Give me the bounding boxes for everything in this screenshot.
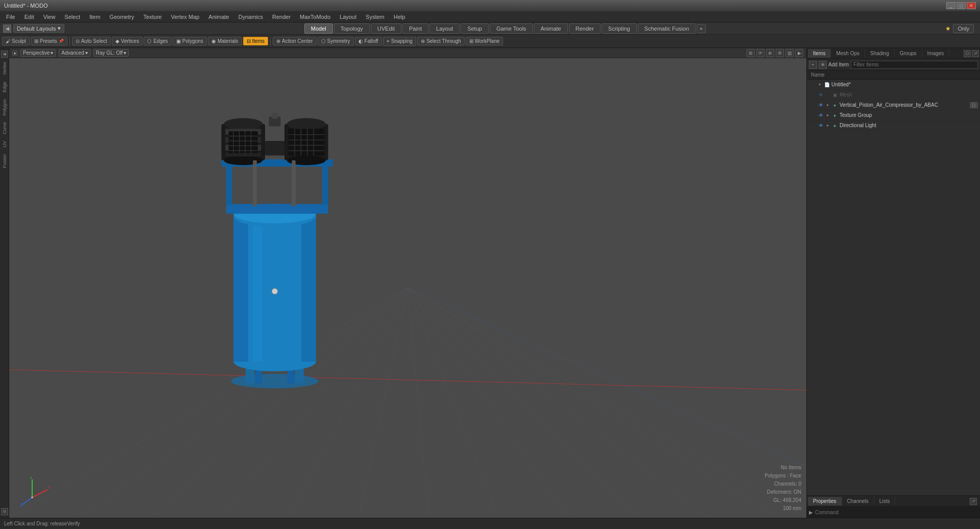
vp-icon-camera[interactable]: ▥	[785, 49, 794, 57]
svg-rect-44	[229, 131, 258, 153]
item-expand-compressor[interactable]: ▸	[825, 103, 830, 108]
panel-tab-mesh-ops[interactable]: Mesh Ops	[831, 49, 865, 58]
tab-layout[interactable]: Layout	[429, 23, 460, 34]
panel-float-button[interactable]: ↗	[972, 50, 979, 57]
items-button[interactable]: ⊟ Items	[243, 37, 268, 45]
sidebar-tab-uv[interactable]: UV	[1, 138, 8, 151]
menu-animate[interactable]: Animate	[204, 13, 233, 21]
vp-icon-zoom[interactable]: ⊕	[766, 49, 774, 57]
item-expand-texture-group[interactable]: ▸	[825, 113, 830, 118]
vp-icon-reset[interactable]: ⟳	[756, 49, 764, 57]
menu-help[interactable]: Help	[390, 13, 410, 21]
viewport[interactable]: ▴ Perspective ▾ Advanced ▾ Ray GL: Off ▾…	[9, 48, 806, 518]
menu-item[interactable]: Item	[85, 13, 104, 21]
bottom-tab-lists[interactable]: Lists	[874, 497, 896, 506]
vp-icon-settings[interactable]: ⚙	[776, 49, 784, 57]
filter-items-input[interactable]	[851, 61, 978, 69]
sculpt-button[interactable]: 🖌 Sculpt	[2, 37, 30, 45]
close-button[interactable]: ✕	[967, 2, 976, 9]
layout-back-icon[interactable]: ◀	[3, 25, 11, 33]
vertices-button[interactable]: ◆ Vertices	[112, 37, 143, 45]
tab-schematic-fusion[interactable]: Schematic Fusion	[638, 23, 696, 34]
scene-3d[interactable]: No Items Polygons : Face Channels: 0 Def…	[9, 58, 806, 518]
tab-uvedit[interactable]: UVEdit	[371, 23, 401, 34]
menu-view[interactable]: View	[39, 13, 60, 21]
menu-system[interactable]: System	[362, 13, 389, 21]
sidebar-tab-edge[interactable]: Edge	[1, 79, 8, 95]
list-item-mesh[interactable]: 👁 ▣ Mesh	[807, 90, 980, 100]
command-input[interactable]	[815, 510, 978, 515]
menu-vertex-map[interactable]: Vertex Map	[167, 13, 204, 21]
sidebar-bottom-icon[interactable]: ⊟	[1, 508, 8, 515]
panel-tab-items[interactable]: Items	[808, 49, 831, 58]
symmetry-button[interactable]: ⬡ Symmetry	[318, 37, 354, 45]
tab-setup[interactable]: Setup	[461, 23, 489, 34]
tab-render[interactable]: Render	[569, 23, 601, 34]
tab-animate[interactable]: Animate	[534, 23, 567, 34]
tab-game-tools[interactable]: Game Tools	[490, 23, 533, 34]
advanced-button[interactable]: Advanced ▾	[59, 49, 90, 57]
item-expand-directional-light[interactable]: ▸	[825, 123, 830, 128]
item-eye-compressor[interactable]: 👁	[817, 102, 824, 109]
items-list[interactable]: ▾ 📄 Untitled* 👁 ▣ Mesh 👁 ▸ ▸ Vertical_Pi…	[807, 80, 980, 495]
items-add-button[interactable]: +	[809, 61, 817, 69]
ray-gl-button[interactable]: Ray GL: Off ▾	[93, 49, 129, 57]
only-button[interactable]: Only	[953, 24, 974, 33]
tab-paint[interactable]: Paint	[402, 23, 428, 34]
snapping-button[interactable]: ⌖ Snapping	[383, 37, 416, 46]
action-center-button[interactable]: ⊕ Action Center	[273, 37, 317, 45]
item-eye-mesh[interactable]: 👁	[817, 91, 824, 99]
materials-button[interactable]: ◉ Materials	[208, 37, 242, 45]
panel-tab-shading[interactable]: Shading	[865, 49, 895, 58]
perspective-button[interactable]: Perspective ▾	[20, 49, 56, 57]
menu-edit[interactable]: Edit	[20, 13, 38, 21]
menu-texture[interactable]: Texture	[139, 13, 166, 21]
edges-button[interactable]: ⬡ Edges	[144, 37, 171, 45]
tab-scripting[interactable]: Scripting	[602, 23, 637, 34]
list-item-directional-light[interactable]: 👁 ▸ ▸ Directional Light	[807, 121, 980, 131]
auto-select-button[interactable]: ⊙ Auto Select	[72, 37, 111, 45]
panel-tab-images[interactable]: Images	[922, 49, 950, 58]
polygons-button[interactable]: ▣ Polygons	[173, 37, 207, 45]
menu-maxtomodo[interactable]: MaxToModo	[296, 13, 334, 21]
sidebar-tab-vertex[interactable]: Vertex	[1, 59, 8, 78]
minimize-button[interactable]: _	[946, 2, 955, 9]
list-item-untitled[interactable]: ▾ 📄 Untitled*	[807, 80, 980, 90]
tab-model[interactable]: Model	[304, 23, 333, 34]
sidebar-tab-polygon[interactable]: Polygon	[1, 96, 8, 119]
panel-expand-button[interactable]: ⬡	[964, 50, 971, 57]
vp-icon-play[interactable]: ▶	[795, 49, 803, 57]
menu-layout[interactable]: Layout	[336, 13, 361, 21]
item-eye-directional-light[interactable]: 👁	[817, 122, 824, 129]
items-eye-button[interactable]: 👁	[819, 61, 827, 69]
bottom-panel-expand-button[interactable]: ↗	[970, 498, 977, 505]
tab-topology[interactable]: Topology	[334, 23, 370, 34]
presets-button[interactable]: ⊞ Presets 📌	[31, 37, 67, 45]
sidebar-tab-curve[interactable]: Curve	[1, 119, 8, 137]
tab-add-button[interactable]: +	[697, 24, 706, 33]
menu-dynamics[interactable]: Dynamics	[234, 13, 267, 21]
sculpt-icon: 🖌	[6, 39, 10, 44]
panel-tab-groups[interactable]: Groups	[895, 49, 922, 58]
menu-render[interactable]: Render	[268, 13, 295, 21]
item-eye-texture-group[interactable]: 👁	[817, 112, 824, 119]
vp-icon-frame[interactable]: ⊞	[747, 49, 755, 57]
falloff-button[interactable]: ◐ Falloff	[355, 37, 382, 45]
channels-text: Channels: 0	[764, 480, 801, 488]
maximize-button[interactable]: □	[957, 2, 966, 9]
select-through-button[interactable]: ⊛ Select Through	[417, 37, 465, 45]
menu-select[interactable]: Select	[60, 13, 84, 21]
viewport-expand-button[interactable]: ▴	[12, 51, 17, 56]
list-item-compressor[interactable]: 👁 ▸ ▸ Vertical_Piston_Air_Compressor_by_…	[807, 100, 980, 110]
item-expand-untitled[interactable]: ▾	[817, 82, 822, 87]
sidebar-tab-fusion[interactable]: Fusion	[1, 151, 8, 171]
layout-dropdown[interactable]: Default Layouts ▾	[13, 24, 64, 33]
menu-file[interactable]: File	[2, 13, 19, 21]
bottom-tab-properties[interactable]: Properties	[808, 497, 842, 506]
scale-text: 100 mm	[764, 504, 801, 513]
list-item-texture-group[interactable]: 👁 ▸ ▸ Texture Group	[807, 110, 980, 121]
menu-geometry[interactable]: Geometry	[105, 13, 138, 21]
bottom-tab-channels[interactable]: Channels	[842, 497, 874, 506]
sidebar-collapse-button[interactable]: ◀	[1, 51, 8, 58]
work-plane-button[interactable]: ⊞ WorkPlane	[466, 37, 504, 45]
